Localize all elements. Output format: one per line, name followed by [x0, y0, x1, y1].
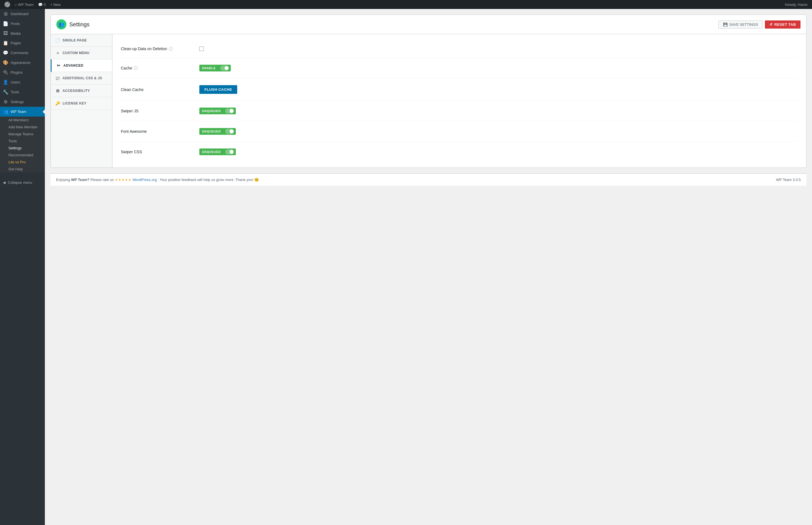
- main-content: 👥 Settings 💾 SAVE SETTINGS ↺ RESET TAB: [45, 9, 812, 525]
- swiper-css-toggle-switch[interactable]: [223, 149, 236, 155]
- nav-item-accessibility[interactable]: ⊞ ACCESSIBILITY: [51, 85, 112, 97]
- save-settings-button[interactable]: 💾 SAVE SETTINGS: [719, 20, 763, 29]
- swiper-js-toggle-label: ENQUEUED: [199, 108, 223, 114]
- admin-bar-home[interactable]: ⌂ WP Team: [12, 0, 36, 9]
- settings-content: Clean-up Data on Deletion i Cache i: [113, 34, 806, 167]
- sidebar-item-comments[interactable]: 💬 Comments: [0, 48, 45, 58]
- sidebar-item-lite-vs-pro[interactable]: Lite vs Pro: [0, 159, 45, 166]
- setting-control-swiper-js[interactable]: ENQUEUED: [199, 108, 236, 114]
- admin-bar-right: Howdy, Hares: [783, 2, 810, 7]
- setting-row-swiper-js: Swiper JS ENQUEUED: [121, 101, 798, 121]
- sidebar-item-get-help[interactable]: Get Help: [0, 166, 45, 172]
- swiper-css-toggle[interactable]: ENQUEUED: [199, 149, 236, 155]
- sidebar: ⊞ Dashboard 📄 Posts 🖼 Media 📋 Pages 💬 Co…: [0, 9, 45, 525]
- settings-body: 📄 SINGLE PAGE ≡ CUSTOM MENU ✂ ADVANCED 📰…: [51, 34, 806, 167]
- font-awesome-toggle-switch[interactable]: [223, 128, 236, 135]
- sidebar-item-add-new-member[interactable]: Add New Member: [0, 123, 45, 131]
- sidebar-item-pages[interactable]: 📋 Pages: [0, 38, 45, 48]
- admin-bar-comments[interactable]: 💬 0: [36, 0, 48, 9]
- sidebar-item-posts[interactable]: 📄 Posts: [0, 19, 45, 29]
- pages-icon: 📋: [3, 40, 9, 46]
- swiper-js-toggle-inner: [225, 108, 234, 114]
- setting-control-font-awesome[interactable]: ENQUEUED: [199, 128, 236, 135]
- settings-icon: ⚙: [3, 99, 9, 105]
- nav-item-additional-css-js[interactable]: 📰 ADDITIONAL CSS & JS: [51, 72, 112, 85]
- nav-item-single-page[interactable]: 📄 SINGLE PAGE: [51, 34, 112, 47]
- sidebar-item-recommended[interactable]: Recommended: [0, 152, 45, 159]
- sidebar-item-dashboard[interactable]: ⊞ Dashboard: [0, 9, 45, 19]
- dashboard-icon: ⊞: [3, 11, 9, 16]
- cache-toggle-label: ENABLE: [199, 65, 218, 72]
- footer-stars: ★★★★★: [115, 178, 131, 182]
- swiper-css-toggle-inner: [225, 149, 234, 154]
- cache-toggle-inner: [220, 65, 229, 71]
- flush-cache-button[interactable]: FLUSH CACHE: [199, 85, 237, 94]
- users-icon: 👤: [3, 79, 9, 85]
- sidebar-item-appearance[interactable]: 🎨 Appearance: [0, 58, 45, 68]
- admin-bar-wp-logo[interactable]: [2, 0, 12, 9]
- setting-control-cache[interactable]: ENABLE: [199, 65, 231, 72]
- nav-item-license-key[interactable]: 🔑 LICENSE KEY: [51, 97, 112, 110]
- custom-menu-icon: ≡: [55, 51, 60, 55]
- nav-item-custom-menu[interactable]: ≡ CUSTOM MENU: [51, 47, 112, 59]
- footer-link[interactable]: WordPress.org: [133, 178, 157, 182]
- sidebar-item-all-members[interactable]: All Members: [0, 117, 45, 123]
- sidebar-item-plugins[interactable]: 🔌 Plugins: [0, 68, 45, 77]
- comments-icon: 💬: [38, 2, 43, 7]
- plugins-icon: 🔌: [3, 70, 9, 75]
- single-page-icon: 📄: [55, 38, 60, 43]
- collapse-menu-button[interactable]: ◀ Collapse menu: [0, 178, 45, 187]
- sidebar-item-wp-team[interactable]: 👥 WP Team: [0, 107, 45, 117]
- sidebar-item-settings-sub[interactable]: Settings: [0, 145, 45, 152]
- setting-label-swiper-js: Swiper JS: [121, 109, 199, 113]
- setting-control-clean-cache: FLUSH CACHE: [199, 85, 237, 94]
- collapse-icon: ◀: [3, 180, 5, 185]
- font-awesome-toggle[interactable]: ENQUEUED: [199, 128, 236, 135]
- sidebar-item-media[interactable]: 🖼 Media: [0, 29, 45, 38]
- sidebar-item-manage-teams[interactable]: Manage Teams: [0, 131, 45, 137]
- settings-actions: 💾 SAVE SETTINGS ↺ RESET TAB: [719, 20, 800, 29]
- sidebar-item-tools[interactable]: 🔧 Tools: [0, 87, 45, 97]
- info-icon-cache[interactable]: i: [134, 66, 138, 70]
- posts-icon: 📄: [3, 21, 9, 26]
- settings-header: 👥 Settings 💾 SAVE SETTINGS ↺ RESET TAB: [51, 15, 806, 34]
- sidebar-item-settings[interactable]: ⚙ Settings: [0, 97, 45, 107]
- tools-icon: 🔧: [3, 89, 9, 95]
- sidebar-submenu: All Members Add New Member Manage Teams …: [0, 117, 45, 172]
- footer: Enjoying WP Team? Please rate us ★★★★★ W…: [50, 174, 807, 186]
- footer-version: WP Team 3.0.5: [776, 178, 801, 182]
- info-icon-cleanup[interactable]: i: [169, 47, 173, 51]
- footer-left: Enjoying WP Team? Please rate us ★★★★★ W…: [56, 178, 259, 182]
- setting-row-cache: Cache i ENABLE: [121, 58, 798, 78]
- admin-bar-new[interactable]: + New: [48, 0, 63, 9]
- admin-bar: ⌂ WP Team 💬 0 + New Howdy, Hares: [0, 0, 812, 9]
- media-icon: 🖼: [3, 31, 9, 36]
- accessibility-icon: ⊞: [55, 89, 60, 93]
- setting-row-font-awesome: Font Awesome ENQUEUED: [121, 121, 798, 142]
- swiper-js-toggle[interactable]: ENQUEUED: [199, 108, 236, 114]
- admin-bar-howdy[interactable]: Howdy, Hares: [783, 2, 810, 7]
- sidebar-item-tools-sub[interactable]: Tools: [0, 137, 45, 145]
- settings-title: 👥 Settings: [56, 19, 89, 29]
- wp-team-icon: 👥: [3, 109, 9, 114]
- css-js-icon: 📰: [55, 76, 60, 80]
- cache-toggle[interactable]: ENABLE: [199, 65, 231, 72]
- sidebar-item-users[interactable]: 👤 Users: [0, 77, 45, 87]
- setting-label-clean-cache: Clean Cache: [121, 87, 199, 92]
- setting-control-swiper-css[interactable]: ENQUEUED: [199, 149, 236, 155]
- home-icon: ⌂: [15, 2, 17, 7]
- nav-item-advanced[interactable]: ✂ ADVANCED: [51, 59, 112, 72]
- sidebar-wrapper: ⊞ Dashboard 📄 Posts 🖼 Media 📋 Pages 💬 Co…: [0, 9, 45, 525]
- cache-toggle-switch[interactable]: [218, 65, 231, 72]
- setting-row-clean-cache: Clean Cache FLUSH CACHE: [121, 78, 798, 101]
- cleanup-checkbox[interactable]: [199, 46, 204, 51]
- setting-control-cleanup: [199, 46, 204, 51]
- settings-panel: 👥 Settings 💾 SAVE SETTINGS ↺ RESET TAB: [50, 15, 807, 168]
- setting-label-font-awesome: Font Awesome: [121, 129, 199, 134]
- reset-tab-button[interactable]: ↺ RESET TAB: [765, 20, 800, 29]
- save-icon: 💾: [723, 22, 728, 27]
- swiper-css-toggle-label: ENQUEUED: [199, 149, 223, 155]
- main-layout: ⊞ Dashboard 📄 Posts 🖼 Media 📋 Pages 💬 Co…: [0, 9, 812, 525]
- swiper-js-toggle-switch[interactable]: [223, 108, 236, 114]
- setting-label-cleanup: Clean-up Data on Deletion i: [121, 46, 199, 51]
